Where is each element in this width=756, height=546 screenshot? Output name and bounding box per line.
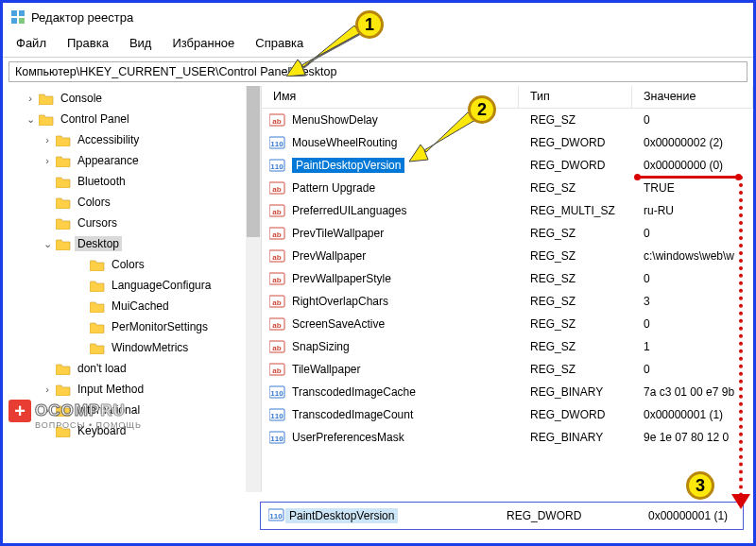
value-type: REG_DWORD: [519, 408, 632, 421]
edited-value-name[interactable]: PaintDesktopVersion: [285, 508, 398, 523]
value-name: SnapSizing: [292, 340, 350, 353]
value-type: REG_SZ: [519, 227, 632, 240]
tree-item-label: Console: [58, 91, 105, 106]
callout-3: 3: [686, 471, 714, 500]
tree-item-label: Input Method: [75, 382, 146, 397]
binary-value-icon: 110: [269, 135, 286, 150]
value-data: 0: [632, 317, 753, 331]
edited-value-type: REG_DWORD: [507, 509, 648, 522]
tree-item[interactable]: PerMonitorSettings: [3, 316, 261, 337]
svg-text:110: 110: [270, 435, 284, 443]
tree-item[interactable]: WindowMetrics: [3, 337, 261, 358]
tree-scroll-thumb[interactable]: [247, 86, 260, 237]
registry-value-row[interactable]: abMenuShowDelayREG_SZ0: [262, 109, 753, 131]
registry-value-row[interactable]: abPrevWallpaperStyleREG_SZ0: [262, 267, 753, 290]
registry-value-row[interactable]: 110PaintDesktopVersionREG_DWORD0x0000000…: [262, 154, 753, 177]
tree-item[interactable]: Colors: [3, 254, 261, 275]
value-data: ru-RU: [632, 204, 753, 217]
binary-value-icon: 110: [268, 507, 285, 525]
tree-item[interactable]: Bluetooth: [3, 171, 261, 192]
tree-item[interactable]: ›Console: [3, 88, 261, 109]
value-data: 3: [632, 295, 753, 308]
value-data: 1: [632, 340, 753, 353]
menu-favorites[interactable]: Избранное: [163, 33, 244, 53]
watermark-subtitle: ВОПРОСЫ • ПОМОЩЬ: [35, 420, 142, 430]
svg-text:ab: ab: [272, 253, 281, 262]
registry-value-row[interactable]: abPrevTileWallpaperREG_SZ0: [262, 222, 753, 245]
tree-item[interactable]: ›Input Method: [3, 379, 261, 400]
menu-edit[interactable]: Правка: [58, 33, 118, 53]
registry-value-row[interactable]: 110TranscodedImageCountREG_DWORD0x000000…: [262, 403, 753, 426]
string-value-icon: ab: [269, 112, 286, 128]
svg-text:ab: ab: [272, 185, 281, 194]
tree-expander-icon[interactable]: ›: [24, 93, 37, 104]
value-type: REG_SZ: [519, 249, 632, 263]
registry-value-row[interactable]: 110MouseWheelRoutingREG_DWORD0x00000002 …: [262, 131, 753, 154]
col-header-type[interactable]: Тип: [519, 86, 632, 108]
tree-item-label: Control Panel: [58, 111, 132, 127]
value-type: REG_MULTI_SZ: [519, 204, 632, 217]
tree-expander-icon[interactable]: ⌄: [24, 113, 37, 126]
tree-item[interactable]: ⌄Desktop: [3, 233, 261, 254]
menu-file[interactable]: Файл: [7, 33, 56, 53]
list-pane: Имя Тип Значение abMenuShowDelayREG_SZ01…: [262, 86, 753, 492]
value-type: REG_SZ: [519, 272, 632, 285]
value-name: ScreenSaveActive: [292, 317, 385, 331]
svg-text:ab: ab: [272, 117, 281, 126]
folder-icon: [90, 341, 105, 354]
string-value-icon: ab: [269, 294, 286, 309]
svg-text:ab: ab: [272, 321, 281, 330]
folder-icon: [56, 362, 71, 375]
address-bar[interactable]: Компьютер\HKEY_CURRENT_USER\Control Pane…: [9, 61, 747, 82]
value-type: REG_BINARY: [519, 431, 632, 444]
tree-expander-icon[interactable]: ›: [41, 155, 54, 166]
tree-expander-icon[interactable]: ⌄: [41, 238, 54, 250]
registry-value-row[interactable]: abSnapSizingREG_SZ1: [262, 335, 753, 358]
svg-text:ab: ab: [272, 276, 281, 284]
registry-value-row[interactable]: abPreferredUILanguagesREG_MULTI_SZru-RU: [262, 199, 753, 222]
value-type: REG_BINARY: [519, 385, 632, 399]
value-type: REG_SZ: [519, 113, 632, 127]
svg-text:110: 110: [270, 412, 284, 420]
tree-item[interactable]: MuiCached: [3, 296, 261, 316]
value-name: PrevTileWallpaper: [292, 227, 384, 240]
callout-1: 1: [355, 10, 384, 39]
string-value-icon: ab: [269, 271, 286, 286]
regedit-icon: [10, 9, 26, 25]
registry-value-row[interactable]: 110UserPreferencesMaskREG_BINARY9e 1e 07…: [262, 426, 753, 449]
value-name: MenuShowDelay: [292, 113, 378, 127]
value-name: TranscodedImageCache: [292, 385, 416, 399]
value-data: c:\windows\web\w: [632, 249, 753, 263]
tree-item[interactable]: Cursors: [3, 213, 261, 233]
edited-value-data: 0x00000001 (1): [648, 509, 743, 522]
tree-expander-icon[interactable]: ›: [41, 134, 54, 145]
registry-value-row[interactable]: abPrevWallpaperREG_SZc:\windows\web\w: [262, 245, 753, 267]
tree-item[interactable]: LanguageConfigura: [3, 275, 261, 296]
folder-icon: [56, 237, 71, 250]
value-type: REG_SZ: [519, 317, 632, 331]
registry-value-row[interactable]: abPattern UpgradeREG_SZTRUE: [262, 177, 753, 199]
tree-expander-icon[interactable]: ›: [41, 384, 54, 395]
value-name: PrevWallpaperStyle: [292, 272, 391, 285]
tree-scrollbar[interactable]: [246, 86, 261, 492]
tree-item[interactable]: ›Appearance: [3, 150, 261, 171]
tree-item[interactable]: Colors: [3, 192, 261, 213]
tree-item[interactable]: don't load: [3, 358, 261, 379]
tree-item[interactable]: ›Accessibility: [3, 129, 261, 150]
registry-value-row[interactable]: abRightOverlapCharsREG_SZ3: [262, 290, 753, 313]
svg-marker-36: [286, 26, 360, 77]
registry-value-row[interactable]: 110TranscodedImageCacheREG_BINARY7a c3 0…: [262, 381, 753, 403]
tree-pane: ›Console⌄Control Panel›Accessibility›App…: [3, 86, 262, 492]
col-header-value[interactable]: Значение: [632, 86, 753, 108]
registry-value-row[interactable]: abScreenSaveActiveREG_SZ0: [262, 313, 753, 335]
value-name: UserPreferencesMask: [292, 431, 404, 444]
value-name: PrevWallpaper: [292, 249, 366, 263]
tree-item[interactable]: ⌄Control Panel: [3, 109, 261, 129]
tree-item-label: Cursors: [75, 215, 120, 230]
folder-icon: [56, 216, 71, 230]
registry-value-row[interactable]: abTileWallpaperREG_SZ0: [262, 358, 753, 381]
menu-view[interactable]: Вид: [120, 33, 162, 53]
tree-item-label: LanguageConfigura: [109, 278, 214, 293]
value-name: RightOverlapChars: [292, 295, 388, 308]
folder-icon: [56, 175, 71, 188]
